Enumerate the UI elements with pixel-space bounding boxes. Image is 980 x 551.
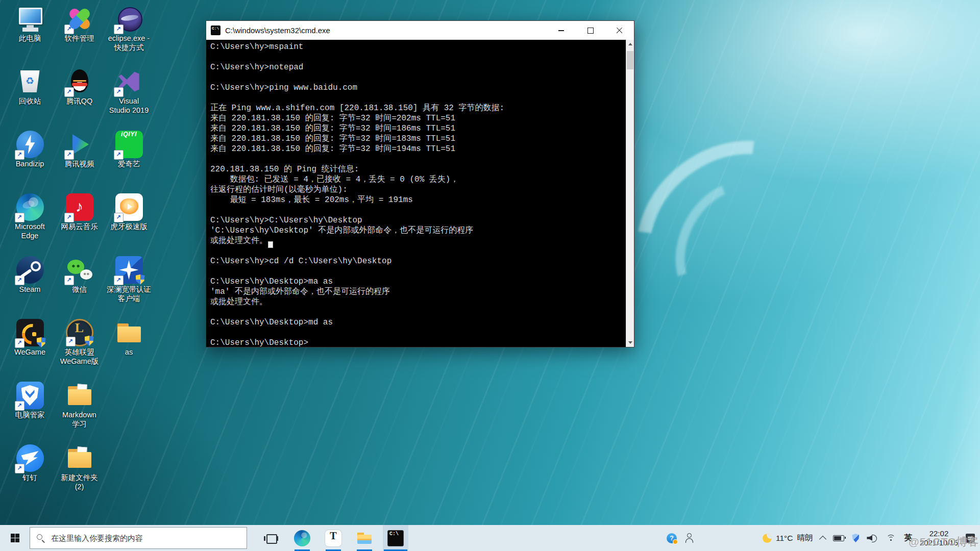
desktop-icon-dingtalk[interactable]: 钉钉 <box>5 443 55 506</box>
tencent-video-icon <box>66 131 93 158</box>
steam-icon <box>16 256 44 284</box>
desktop-icon-this-pc[interactable]: 此电脑 <box>5 4 55 67</box>
desktop-icon-label: 回收站 <box>19 97 41 106</box>
minimize-button[interactable] <box>547 21 576 40</box>
terminal-line <box>210 266 626 277</box>
scrollbar-track[interactable] <box>626 40 634 347</box>
desktop-icon-label: 钉钉 <box>22 473 37 483</box>
pc-manager-icon <box>16 382 44 409</box>
scrollbar-thumb[interactable] <box>627 51 633 69</box>
desktop-icon-srun[interactable]: 深澜宽带认证 客户端 <box>104 255 154 318</box>
start-button[interactable] <box>0 525 30 551</box>
bandizip-icon <box>16 131 44 158</box>
desktop-screen: 此电脑回收站BandizipMicrosoft EdgeSteamWeGame电… <box>0 0 980 551</box>
maximize-button[interactable] <box>576 21 605 40</box>
taskbar-button-file-explorer[interactable] <box>352 525 377 551</box>
shield-icon[interactable] <box>852 534 859 542</box>
desktop-icon-label: eclipse.exe - 快捷方式 <box>108 34 150 52</box>
desktop-icon-software-manager[interactable]: 软件管理 <box>55 4 104 67</box>
desktop-icon-label: 腾讯QQ <box>66 97 93 106</box>
maximize-icon <box>587 28 594 34</box>
folder-markdown-icon <box>66 382 93 409</box>
desktop-icon-label: Markdown 学习 <box>62 411 96 429</box>
desktop-icon-label: 此电脑 <box>19 34 41 43</box>
battery-icon[interactable] <box>833 535 844 541</box>
taskbar-button-task-view[interactable] <box>258 525 284 551</box>
desktop-icon-folder-new-2[interactable]: 新建文件夹 (2) <box>55 443 104 506</box>
desktop-icon-tencent-video[interactable]: 腾讯视频 <box>55 130 104 192</box>
shortcut-arrow-icon <box>15 213 24 222</box>
desktop-icon-visual-studio[interactable]: Visual Studio 2019 <box>104 67 154 130</box>
terminal-line <box>210 72 626 83</box>
file-explorer-icon <box>356 530 373 546</box>
desktop-icon-label: 微信 <box>72 285 87 294</box>
desktop-icon-grid: 此电脑回收站BandizipMicrosoft EdgeSteamWeGame电… <box>5 4 154 506</box>
desktop-icon-label: 电脑管家 <box>15 411 45 420</box>
terminal-line <box>210 328 626 338</box>
this-pc-icon <box>16 5 44 33</box>
terminal-line <box>210 154 626 164</box>
terminal-line: 来自 220.181.38.150 的回复: 字节=32 时间=202ms TT… <box>210 113 626 123</box>
srun-icon <box>115 256 143 284</box>
search-input[interactable] <box>50 533 226 543</box>
weather-condition: 晴朗 <box>797 533 813 543</box>
cmd-icon <box>387 530 404 546</box>
scrollbar-up-button[interactable] <box>626 40 634 48</box>
wegame-icon <box>16 319 44 346</box>
terminal-line <box>210 205 626 215</box>
desktop-icon-qq[interactable]: 腾讯QQ <box>55 67 104 130</box>
desktop-icon-recycle-bin[interactable]: 回收站 <box>5 67 55 130</box>
uac-shield-icon <box>136 274 145 285</box>
terminal-line: 正在 Ping www.a.shifen.com [220.181.38.150… <box>210 103 626 113</box>
desktop-icon-wegame[interactable]: WeGame <box>5 318 55 381</box>
network-icon[interactable] <box>886 534 896 542</box>
desktop-icon-steam[interactable]: Steam <box>5 255 55 318</box>
search-box[interactable] <box>30 527 247 549</box>
desktop-icon-bandizip[interactable]: Bandizip <box>5 130 55 192</box>
taskbar: 11°C 晴朗 英 22:02 2021/10/15 <box>0 525 980 551</box>
dingtalk-icon <box>16 444 44 472</box>
terminal-line: 往返行程的估计时间(以毫秒为单位): <box>210 185 626 195</box>
people-icon[interactable] <box>684 533 694 543</box>
eclipse-icon <box>115 5 143 33</box>
desktop-icon-lol-wegame[interactable]: 英雄联盟 WeGame版 <box>55 318 104 381</box>
scrollbar-down-button[interactable] <box>626 338 634 347</box>
terminal-line: 或批处理文件。 <box>210 297 626 307</box>
software-manager-icon <box>66 5 93 33</box>
taskbar-button-typora[interactable] <box>321 525 346 551</box>
shortcut-arrow-icon <box>64 213 74 222</box>
iqiyi-icon <box>115 131 143 158</box>
shortcut-arrow-icon <box>15 401 24 411</box>
close-button[interactable] <box>605 21 634 40</box>
chevron-up-icon[interactable] <box>819 536 826 543</box>
shortcut-arrow-icon <box>15 338 24 348</box>
desktop-icon-iqiyi[interactable]: 爱奇艺 <box>104 130 154 192</box>
desktop-icon-folder-markdown[interactable]: Markdown 学习 <box>55 381 104 443</box>
desktop-icon-label: 软件管理 <box>65 34 94 43</box>
terminal-line: C:\Users\hy>C:\Users\hy\Desktop <box>210 215 626 226</box>
shortcut-arrow-icon <box>64 87 74 97</box>
shortcut-arrow-icon <box>114 24 124 34</box>
windows-logo-icon <box>11 534 19 542</box>
terminal-line: 来自 220.181.38.150 的回复: 字节=32 时间=194ms TT… <box>210 144 626 154</box>
taskbar-button-cmd[interactable] <box>383 525 408 551</box>
terminal-output[interactable]: C:\Users\hy>mspaintC:\Users\hy>notepadC:… <box>206 40 626 347</box>
help-icon[interactable] <box>667 533 677 543</box>
desktop-icon-eclipse[interactable]: eclipse.exe - 快捷方式 <box>104 4 154 67</box>
edge-icon <box>294 530 310 546</box>
desktop-icon-huya[interactable]: 虎牙极速版 <box>104 192 154 255</box>
speaker-icon[interactable] <box>867 534 878 542</box>
desktop-icon-folder-as[interactable]: as <box>104 318 154 381</box>
moon-icon <box>763 534 772 543</box>
desktop-icon-netease-music[interactable]: 网易云音乐 <box>55 192 104 255</box>
desktop-icon-wechat[interactable]: 微信 <box>55 255 104 318</box>
uac-shield-icon <box>85 336 94 346</box>
title-bar[interactable]: C:\windows\system32\cmd.exe <box>206 21 634 40</box>
desktop-icon-label: 腾讯视频 <box>65 160 94 169</box>
weather-widget[interactable]: 11°C 晴朗 <box>763 533 813 543</box>
desktop-icon-edge[interactable]: Microsoft Edge <box>5 192 55 255</box>
terminal-line: C:\Users\hy\Desktop>ma as <box>210 277 626 287</box>
terminal-line: C:\Users\hy>cd /d C:\Users\hy\Desktop <box>210 256 626 266</box>
taskbar-button-edge[interactable] <box>289 525 315 551</box>
desktop-icon-pc-manager[interactable]: 电脑管家 <box>5 381 55 443</box>
